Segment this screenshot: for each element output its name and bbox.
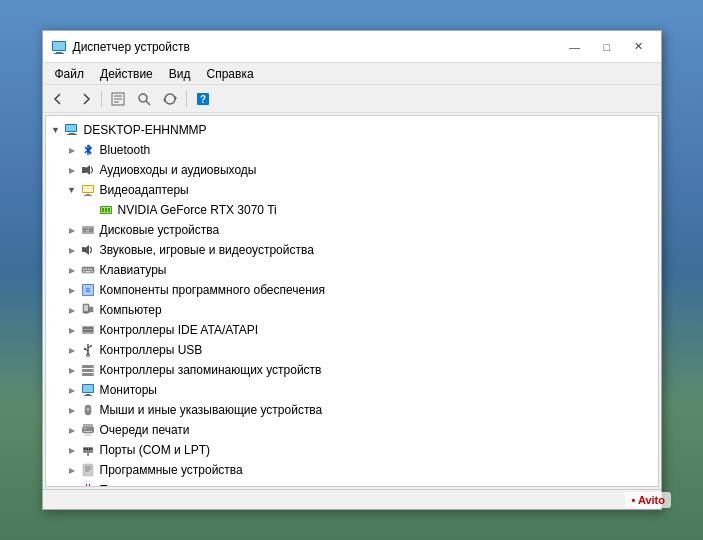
tree-node-software[interactable]: ▶ ≡ Компоненты программного обеспечения	[46, 280, 658, 300]
device-tree[interactable]: ▼ DESKTOP-EHHNMMP ▶	[45, 115, 659, 487]
tree-node-storage[interactable]: ▶ Контроллеры запоминающих устройств	[46, 360, 658, 380]
svg-rect-93	[89, 484, 90, 486]
svg-rect-73	[84, 428, 86, 429]
gpu-icon	[98, 202, 114, 218]
svg-rect-50	[83, 327, 93, 329]
expander-sound: ▶	[64, 240, 80, 260]
svg-rect-78	[86, 448, 88, 450]
print-label: Очереди печати	[100, 423, 190, 437]
svg-marker-11	[163, 98, 165, 102]
ide-icon	[80, 322, 96, 338]
properties-button[interactable]	[106, 88, 130, 110]
svg-rect-20	[83, 186, 93, 192]
tree-node-mouse[interactable]: ▶ Мыши и иные указывающие устройства	[46, 400, 658, 420]
svg-rect-75	[84, 433, 92, 436]
svg-rect-72	[82, 427, 94, 433]
tree-node-ports[interactable]: ▶ Порты (COM и LPT)	[46, 440, 658, 460]
svg-point-62	[92, 370, 94, 372]
menu-bar: Файл Действие Вид Справка	[43, 63, 661, 85]
svg-rect-51	[83, 330, 93, 332]
toolbar: ?	[43, 85, 661, 113]
tree-node-cpu[interactable]: ▼ Процессоры	[46, 480, 658, 487]
tree-node-usb[interactable]: ▶ Контроллеры USB	[46, 340, 658, 360]
window-title: Диспетчер устройств	[73, 40, 561, 54]
mouse-icon	[80, 402, 96, 418]
usb-label: Контроллеры USB	[100, 343, 203, 357]
content-area: ▼ DESKTOP-EHHNMMP ▶	[43, 113, 661, 489]
root-label: DESKTOP-EHHNMMP	[84, 123, 207, 137]
svg-rect-3	[54, 53, 64, 54]
menu-help[interactable]: Справка	[199, 65, 262, 83]
expander-print: ▶	[64, 420, 80, 440]
printer-icon	[80, 422, 96, 438]
menu-file[interactable]: Файл	[47, 65, 93, 83]
expander-computer: ▶	[64, 300, 80, 320]
keyboard-icon	[80, 262, 96, 278]
tree-node-computer[interactable]: ▶ Компьютер	[46, 300, 658, 320]
display-adapter-icon	[80, 182, 96, 198]
expander-audio: ▶	[64, 160, 80, 180]
tree-node-print[interactable]: ▶ Очереди печати	[46, 420, 658, 440]
sound-label: Звуковые, игровые и видеоустройства	[100, 243, 314, 257]
toolbar-separator-2	[186, 91, 187, 107]
svg-rect-74	[84, 431, 92, 432]
expander-progdev: ▶	[64, 460, 80, 480]
disk-icon	[80, 222, 96, 238]
expander-ports: ▶	[64, 440, 80, 460]
tree-node-root[interactable]: ▼ DESKTOP-EHHNMMP	[46, 120, 658, 140]
tree-node-sound[interactable]: ▶ Звуковые, игровые и видеоустройства	[46, 240, 658, 260]
ports-label: Порты (COM и LPT)	[100, 443, 211, 457]
svg-rect-77	[84, 448, 86, 450]
usb-icon	[80, 342, 96, 358]
svg-rect-17	[67, 134, 77, 135]
tree-node-gpu[interactable]: NVIDIA GeForce RTX 3070 Ti	[46, 200, 658, 220]
scan-button[interactable]	[132, 88, 156, 110]
svg-rect-39	[83, 271, 85, 273]
svg-rect-82	[83, 464, 93, 476]
tree-node-monitors[interactable]: ▶ Мониторы	[46, 380, 658, 400]
cpu-icon	[80, 482, 96, 487]
software-icon: ≡	[80, 282, 96, 298]
window-controls: — □ ✕	[561, 37, 653, 57]
svg-point-54	[90, 345, 92, 347]
svg-rect-27	[108, 208, 110, 212]
svg-rect-48	[89, 307, 93, 312]
svg-rect-18	[82, 167, 86, 173]
tree-node-progdev[interactable]: ▶ Программные устройства	[46, 460, 658, 480]
expander-root: ▼	[48, 120, 64, 140]
svg-rect-36	[85, 269, 87, 271]
computer-label: Компьютер	[100, 303, 162, 317]
tree-node-keyboard[interactable]: ▶ Клавиатуры	[46, 260, 658, 280]
window-icon	[51, 39, 67, 55]
svg-rect-21	[86, 194, 90, 195]
tree-node-ide[interactable]: ▶ Контроллеры IDE ATA/ATAPI	[46, 320, 658, 340]
svg-line-9	[146, 101, 150, 105]
back-button[interactable]	[47, 88, 71, 110]
svg-rect-80	[91, 448, 92, 450]
tree-node-disk[interactable]: ▶ Дисковые устройства	[46, 220, 658, 240]
minimize-button[interactable]: —	[561, 37, 589, 57]
menu-view[interactable]: Вид	[161, 65, 199, 83]
svg-rect-65	[83, 385, 93, 392]
close-button[interactable]: ✕	[625, 37, 653, 57]
bluetooth-label: Bluetooth	[100, 143, 151, 157]
svg-rect-67	[84, 395, 92, 396]
audio-icon	[80, 162, 96, 178]
menu-action[interactable]: Действие	[92, 65, 161, 83]
tree-node-bluetooth[interactable]: ▶ Bluetooth	[46, 140, 658, 160]
maximize-button[interactable]: □	[593, 37, 621, 57]
forward-button[interactable]	[73, 88, 97, 110]
svg-point-63	[92, 374, 94, 376]
svg-rect-58	[82, 365, 94, 368]
update-button[interactable]	[158, 88, 182, 110]
expander-monitors: ▶	[64, 380, 80, 400]
monitor-icon	[80, 382, 96, 398]
monitors-label: Мониторы	[100, 383, 157, 397]
expander-mouse: ▶	[64, 400, 80, 420]
svg-rect-41	[91, 271, 93, 273]
expander-disk: ▶	[64, 220, 80, 240]
help-button[interactable]: ?	[191, 88, 215, 110]
storage-label: Контроллеры запоминающих устройств	[100, 363, 322, 377]
tree-node-display[interactable]: ▼ Видеоадаптеры	[46, 180, 658, 200]
tree-node-audio[interactable]: ▶ Аудиовходы и аудиовыходы	[46, 160, 658, 180]
